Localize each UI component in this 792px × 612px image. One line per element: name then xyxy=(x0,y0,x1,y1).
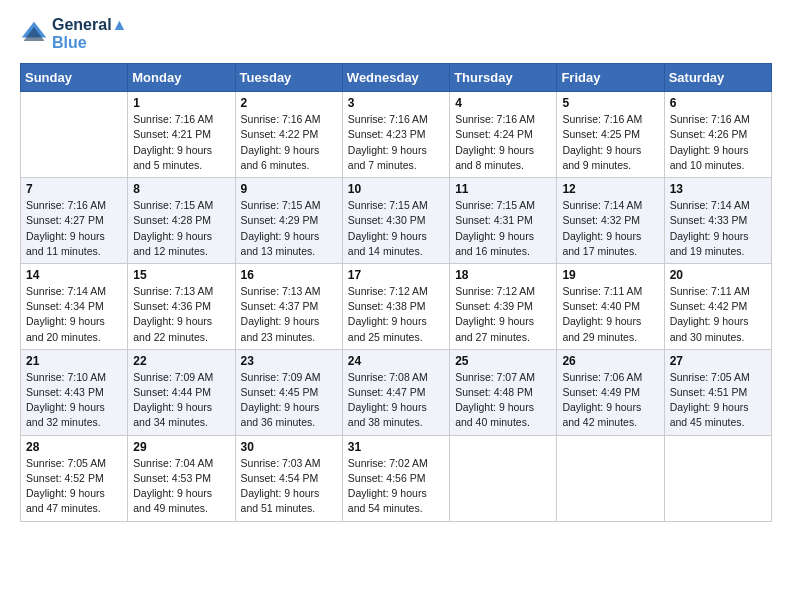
calendar-cell: 20Sunrise: 7:11 AMSunset: 4:42 PMDayligh… xyxy=(664,263,771,349)
day-info: Sunrise: 7:12 AMSunset: 4:39 PMDaylight:… xyxy=(455,284,551,345)
day-info: Sunrise: 7:16 AMSunset: 4:23 PMDaylight:… xyxy=(348,112,444,173)
calendar-cell: 30Sunrise: 7:03 AMSunset: 4:54 PMDayligh… xyxy=(235,435,342,521)
weekday-header-cell: Monday xyxy=(128,64,235,92)
day-info: Sunrise: 7:16 AMSunset: 4:22 PMDaylight:… xyxy=(241,112,337,173)
day-info: Sunrise: 7:13 AMSunset: 4:36 PMDaylight:… xyxy=(133,284,229,345)
calendar-cell: 18Sunrise: 7:12 AMSunset: 4:39 PMDayligh… xyxy=(450,263,557,349)
day-number: 22 xyxy=(133,354,229,368)
day-info: Sunrise: 7:05 AMSunset: 4:51 PMDaylight:… xyxy=(670,370,766,431)
weekday-header-cell: Thursday xyxy=(450,64,557,92)
day-number: 25 xyxy=(455,354,551,368)
calendar-cell: 16Sunrise: 7:13 AMSunset: 4:37 PMDayligh… xyxy=(235,263,342,349)
calendar-week-row: 7Sunrise: 7:16 AMSunset: 4:27 PMDaylight… xyxy=(21,178,772,264)
day-info: Sunrise: 7:15 AMSunset: 4:28 PMDaylight:… xyxy=(133,198,229,259)
day-info: Sunrise: 7:06 AMSunset: 4:49 PMDaylight:… xyxy=(562,370,658,431)
day-info: Sunrise: 7:09 AMSunset: 4:44 PMDaylight:… xyxy=(133,370,229,431)
day-number: 26 xyxy=(562,354,658,368)
calendar-cell: 26Sunrise: 7:06 AMSunset: 4:49 PMDayligh… xyxy=(557,349,664,435)
calendar-cell: 31Sunrise: 7:02 AMSunset: 4:56 PMDayligh… xyxy=(342,435,449,521)
day-info: Sunrise: 7:16 AMSunset: 4:21 PMDaylight:… xyxy=(133,112,229,173)
day-info: Sunrise: 7:11 AMSunset: 4:40 PMDaylight:… xyxy=(562,284,658,345)
calendar-cell: 22Sunrise: 7:09 AMSunset: 4:44 PMDayligh… xyxy=(128,349,235,435)
day-info: Sunrise: 7:05 AMSunset: 4:52 PMDaylight:… xyxy=(26,456,122,517)
calendar-cell: 2Sunrise: 7:16 AMSunset: 4:22 PMDaylight… xyxy=(235,92,342,178)
day-number: 9 xyxy=(241,182,337,196)
calendar-cell: 17Sunrise: 7:12 AMSunset: 4:38 PMDayligh… xyxy=(342,263,449,349)
day-info: Sunrise: 7:16 AMSunset: 4:27 PMDaylight:… xyxy=(26,198,122,259)
calendar-week-row: 28Sunrise: 7:05 AMSunset: 4:52 PMDayligh… xyxy=(21,435,772,521)
day-info: Sunrise: 7:16 AMSunset: 4:26 PMDaylight:… xyxy=(670,112,766,173)
calendar-cell: 4Sunrise: 7:16 AMSunset: 4:24 PMDaylight… xyxy=(450,92,557,178)
day-number: 8 xyxy=(133,182,229,196)
day-info: Sunrise: 7:12 AMSunset: 4:38 PMDaylight:… xyxy=(348,284,444,345)
calendar-cell: 13Sunrise: 7:14 AMSunset: 4:33 PMDayligh… xyxy=(664,178,771,264)
day-number: 2 xyxy=(241,96,337,110)
calendar-cell: 28Sunrise: 7:05 AMSunset: 4:52 PMDayligh… xyxy=(21,435,128,521)
day-number: 16 xyxy=(241,268,337,282)
calendar-body: 1Sunrise: 7:16 AMSunset: 4:21 PMDaylight… xyxy=(21,92,772,521)
day-number: 14 xyxy=(26,268,122,282)
day-number: 21 xyxy=(26,354,122,368)
day-number: 6 xyxy=(670,96,766,110)
calendar-cell xyxy=(450,435,557,521)
calendar-cell: 7Sunrise: 7:16 AMSunset: 4:27 PMDaylight… xyxy=(21,178,128,264)
calendar-week-row: 14Sunrise: 7:14 AMSunset: 4:34 PMDayligh… xyxy=(21,263,772,349)
calendar-cell: 29Sunrise: 7:04 AMSunset: 4:53 PMDayligh… xyxy=(128,435,235,521)
header: General▲Blue xyxy=(20,16,772,51)
calendar-cell: 15Sunrise: 7:13 AMSunset: 4:36 PMDayligh… xyxy=(128,263,235,349)
day-info: Sunrise: 7:10 AMSunset: 4:43 PMDaylight:… xyxy=(26,370,122,431)
calendar-cell xyxy=(664,435,771,521)
logo-text: General▲Blue xyxy=(52,16,127,51)
day-info: Sunrise: 7:13 AMSunset: 4:37 PMDaylight:… xyxy=(241,284,337,345)
calendar: SundayMondayTuesdayWednesdayThursdayFrid… xyxy=(20,63,772,521)
calendar-cell: 10Sunrise: 7:15 AMSunset: 4:30 PMDayligh… xyxy=(342,178,449,264)
day-number: 27 xyxy=(670,354,766,368)
weekday-header-cell: Sunday xyxy=(21,64,128,92)
day-number: 4 xyxy=(455,96,551,110)
calendar-cell xyxy=(21,92,128,178)
calendar-cell: 27Sunrise: 7:05 AMSunset: 4:51 PMDayligh… xyxy=(664,349,771,435)
calendar-cell: 8Sunrise: 7:15 AMSunset: 4:28 PMDaylight… xyxy=(128,178,235,264)
day-number: 31 xyxy=(348,440,444,454)
day-info: Sunrise: 7:09 AMSunset: 4:45 PMDaylight:… xyxy=(241,370,337,431)
day-number: 13 xyxy=(670,182,766,196)
day-number: 1 xyxy=(133,96,229,110)
day-info: Sunrise: 7:11 AMSunset: 4:42 PMDaylight:… xyxy=(670,284,766,345)
logo-icon xyxy=(20,20,48,48)
day-number: 15 xyxy=(133,268,229,282)
day-info: Sunrise: 7:14 AMSunset: 4:33 PMDaylight:… xyxy=(670,198,766,259)
day-number: 5 xyxy=(562,96,658,110)
day-info: Sunrise: 7:15 AMSunset: 4:31 PMDaylight:… xyxy=(455,198,551,259)
calendar-cell: 1Sunrise: 7:16 AMSunset: 4:21 PMDaylight… xyxy=(128,92,235,178)
day-info: Sunrise: 7:16 AMSunset: 4:25 PMDaylight:… xyxy=(562,112,658,173)
calendar-week-row: 1Sunrise: 7:16 AMSunset: 4:21 PMDaylight… xyxy=(21,92,772,178)
day-number: 18 xyxy=(455,268,551,282)
day-info: Sunrise: 7:07 AMSunset: 4:48 PMDaylight:… xyxy=(455,370,551,431)
day-info: Sunrise: 7:14 AMSunset: 4:34 PMDaylight:… xyxy=(26,284,122,345)
day-number: 12 xyxy=(562,182,658,196)
day-number: 10 xyxy=(348,182,444,196)
day-number: 17 xyxy=(348,268,444,282)
day-number: 20 xyxy=(670,268,766,282)
day-info: Sunrise: 7:16 AMSunset: 4:24 PMDaylight:… xyxy=(455,112,551,173)
calendar-cell: 14Sunrise: 7:14 AMSunset: 4:34 PMDayligh… xyxy=(21,263,128,349)
day-info: Sunrise: 7:15 AMSunset: 4:29 PMDaylight:… xyxy=(241,198,337,259)
weekday-header: SundayMondayTuesdayWednesdayThursdayFrid… xyxy=(21,64,772,92)
day-number: 29 xyxy=(133,440,229,454)
day-number: 30 xyxy=(241,440,337,454)
calendar-cell: 21Sunrise: 7:10 AMSunset: 4:43 PMDayligh… xyxy=(21,349,128,435)
calendar-cell: 23Sunrise: 7:09 AMSunset: 4:45 PMDayligh… xyxy=(235,349,342,435)
day-info: Sunrise: 7:15 AMSunset: 4:30 PMDaylight:… xyxy=(348,198,444,259)
day-info: Sunrise: 7:14 AMSunset: 4:32 PMDaylight:… xyxy=(562,198,658,259)
day-number: 19 xyxy=(562,268,658,282)
calendar-cell: 25Sunrise: 7:07 AMSunset: 4:48 PMDayligh… xyxy=(450,349,557,435)
weekday-header-cell: Saturday xyxy=(664,64,771,92)
weekday-header-cell: Friday xyxy=(557,64,664,92)
calendar-cell: 24Sunrise: 7:08 AMSunset: 4:47 PMDayligh… xyxy=(342,349,449,435)
day-number: 28 xyxy=(26,440,122,454)
calendar-week-row: 21Sunrise: 7:10 AMSunset: 4:43 PMDayligh… xyxy=(21,349,772,435)
calendar-cell: 12Sunrise: 7:14 AMSunset: 4:32 PMDayligh… xyxy=(557,178,664,264)
calendar-cell: 5Sunrise: 7:16 AMSunset: 4:25 PMDaylight… xyxy=(557,92,664,178)
calendar-cell: 11Sunrise: 7:15 AMSunset: 4:31 PMDayligh… xyxy=(450,178,557,264)
calendar-cell: 9Sunrise: 7:15 AMSunset: 4:29 PMDaylight… xyxy=(235,178,342,264)
